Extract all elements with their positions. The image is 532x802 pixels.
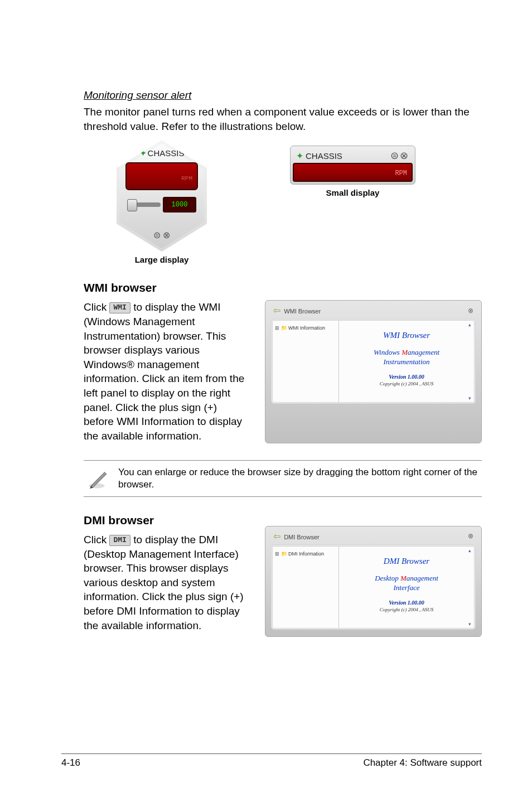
dmi-title: DMI browser [84, 514, 482, 527]
small-display-caption: Small display [290, 188, 415, 197]
tree-pane[interactable]: ⊞ 📁 DMI Information [273, 547, 339, 628]
pencil-icon [87, 466, 110, 490]
rpm-red-lcd-small: RPM [293, 163, 413, 182]
content-pane: DMI Browser Desktop Management Interface… [339, 547, 474, 628]
threshold-slider[interactable]: 1000 [127, 194, 196, 216]
small-display-panel: ✦CHASSIS ⊜⊗ RPM [290, 146, 415, 185]
scrollbar[interactable]: ▴▾ [466, 548, 473, 627]
sensor-alert-desc: The monitor panel turns red when a compo… [84, 105, 482, 133]
settings-icon[interactable]: ⊜ [153, 230, 161, 240]
sensor-display-row: ✦CHASSIS RPM 1000 ⊜ ⊗ Large display ✦CHA… [84, 140, 482, 264]
threshold-value: 1000 [163, 197, 196, 212]
dmi-toolbar-button[interactable]: DMI [109, 535, 130, 546]
close-icon[interactable]: ⊗ [400, 150, 409, 161]
rpm-red-lcd-large: RPM [125, 162, 198, 190]
chapter-label: Chapter 4: Software support [363, 757, 482, 769]
content-pane: WMI Browser Windows Management Instrumen… [339, 321, 474, 402]
window-title: WMI Browser [284, 308, 321, 315]
clover-icon: ✦ [139, 148, 147, 158]
chassis-label-small: CHASSIS [306, 151, 342, 161]
page-number: 4-16 [61, 757, 80, 769]
wmi-title: WMI browser [84, 281, 482, 294]
dmi-browser-window: ⇦ DMI Browser ⊗ ⊞ 📁 DMI Information DMI … [265, 526, 482, 637]
close-icon[interactable]: ⊗ [163, 230, 170, 240]
large-display-caption: Large display [112, 255, 212, 264]
note-text: You can enlarge or reduce the browser si… [118, 466, 478, 491]
large-display-panel: ✦CHASSIS RPM 1000 ⊜ ⊗ [112, 140, 212, 252]
tree-item-wmi[interactable]: WMI Information [288, 325, 325, 331]
note-row: You can enlarge or reduce the browser si… [84, 460, 482, 497]
back-icon[interactable]: ⇦ [273, 532, 280, 541]
dmi-description: Click DMI to display the DMI (Desktop Ma… [84, 533, 248, 637]
page-footer: 4-16 Chapter 4: Software support [61, 753, 482, 769]
clover-icon: ✦ [296, 151, 303, 161]
window-close-icon[interactable]: ⊗ [468, 532, 473, 540]
back-icon[interactable]: ⇦ [273, 306, 280, 315]
window-title: DMI Browser [284, 534, 320, 540]
window-close-icon[interactable]: ⊗ [468, 307, 473, 315]
chassis-label-large: ✦CHASSIS [112, 148, 212, 158]
settings-icon[interactable]: ⊜ [390, 150, 400, 161]
wmi-description: Click WMI to display the WMI (Windows Ma… [84, 300, 248, 443]
sensor-alert-heading: Monitoring sensor alert [84, 89, 482, 102]
wmi-toolbar-button[interactable]: WMI [109, 302, 130, 313]
tree-item-dmi[interactable]: DMI Information [288, 551, 324, 557]
tree-pane[interactable]: ⊞ 📁 WMI Information [273, 321, 339, 402]
scrollbar[interactable]: ▴▾ [466, 322, 473, 401]
wmi-browser-window: ⇦ WMI Browser ⊗ ⊞ 📁 WMI Information WMI … [265, 300, 482, 443]
